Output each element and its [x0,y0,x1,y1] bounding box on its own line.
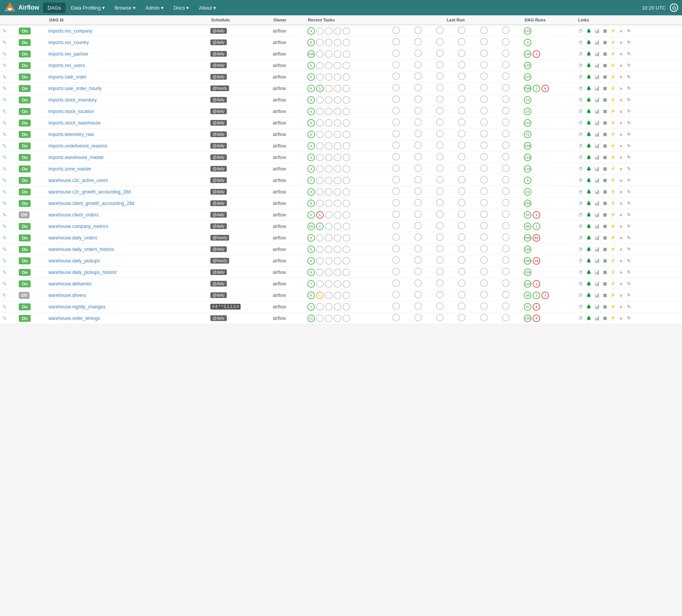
code-icon[interactable]: ≡ [618,188,625,195]
toggle-on[interactable]: On [19,234,31,241]
dag-link[interactable]: imports.warehouse_master [48,155,104,160]
clock-icon[interactable]: ⏱ [577,223,584,230]
dag-link[interactable]: warehouse.daily_pickups [48,258,100,264]
edit-icon[interactable]: ✎ [2,51,7,57]
dag-link[interactable]: imports.telemetry_raw [48,132,93,137]
edit-icon[interactable]: ✎ [2,292,7,298]
edit-icon[interactable]: ✎ [2,269,7,275]
toggle-on[interactable]: On [19,51,31,57]
chart-icon[interactable]: 📊 [593,315,600,322]
nav-admin[interactable]: Admin ▾ [141,3,168,13]
dag-link[interactable]: imports.stock_inventory [48,97,97,103]
tree-icon[interactable]: 🌲 [585,165,592,172]
dag-link[interactable]: imports.undelivered_reasons [48,143,107,149]
vars-icon[interactable]: ⚡ [610,28,616,34]
chart-icon[interactable]: 📊 [593,234,600,241]
clock-icon[interactable]: ⏱ [577,154,584,161]
gantt-icon[interactable]: ▦ [602,200,608,207]
clock-icon[interactable]: ⏱ [577,131,584,138]
edit-icon[interactable]: ✎ [2,85,7,92]
chart-icon[interactable]: 📊 [593,108,600,115]
code-icon[interactable]: ≡ [618,303,625,310]
tree-icon[interactable]: 🌲 [585,269,592,276]
gantt-icon[interactable]: ▦ [602,292,608,299]
clock-icon[interactable]: ⏱ [577,85,584,92]
toggle-on[interactable]: On [19,257,31,264]
edit-icon[interactable]: ✎ [2,212,7,218]
edit-icon[interactable]: ✎ [2,189,7,195]
code-icon[interactable]: ≡ [618,39,625,46]
gantt-icon[interactable]: ▦ [602,143,608,149]
nav-dags[interactable]: DAGs [43,3,66,13]
toggle-on[interactable]: On [19,74,31,80]
refresh-icon[interactable]: ↻ [626,51,633,57]
dag-link[interactable]: imports.res_partner [48,51,88,57]
dag-link[interactable]: imports.res_users [48,63,85,68]
tree-icon[interactable]: 🌲 [585,131,592,138]
dag-link[interactable]: warehouse.daily_pickups_historic [48,270,117,275]
chart-icon[interactable]: 📊 [593,211,600,218]
tree-icon[interactable]: 🌲 [585,62,592,69]
dag-link[interactable]: warehouse.c2c_growth_accounting_28d [48,189,131,195]
toggle-on[interactable]: On [19,246,31,253]
clock-icon[interactable]: ⏱ [577,269,584,276]
gantt-icon[interactable]: ▦ [602,246,608,253]
toggle-on[interactable]: On [19,269,31,276]
clock-icon[interactable]: ⏱ [577,165,584,172]
vars-icon[interactable]: ⚡ [610,62,616,69]
code-icon[interactable]: ≡ [618,28,625,34]
power-button[interactable]: ⏻ [670,3,678,12]
refresh-icon[interactable]: ↻ [626,74,633,80]
code-icon[interactable]: ≡ [618,177,625,184]
chart-icon[interactable]: 📊 [593,131,600,138]
gantt-icon[interactable]: ▦ [602,280,608,287]
edit-icon[interactable]: ✎ [2,235,7,241]
gantt-icon[interactable]: ▦ [602,188,608,195]
edit-icon[interactable]: ✎ [2,39,7,46]
clock-icon[interactable]: ⏱ [577,143,584,149]
edit-icon[interactable]: ✎ [2,315,7,321]
code-icon[interactable]: ≡ [618,269,625,276]
gantt-icon[interactable]: ▦ [602,74,608,80]
clock-icon[interactable]: ⏱ [577,280,584,287]
toggle-on[interactable]: On [19,154,31,161]
refresh-icon[interactable]: ↻ [626,246,633,253]
toggle-on[interactable]: On [19,108,31,115]
clock-icon[interactable]: ⏱ [577,315,584,322]
vars-icon[interactable]: ⚡ [610,269,616,276]
refresh-icon[interactable]: ↻ [626,315,633,322]
vars-icon[interactable]: ⚡ [610,108,616,115]
clock-icon[interactable]: ⏱ [577,120,584,126]
vars-icon[interactable]: ⚡ [610,211,616,218]
tree-icon[interactable]: 🌲 [585,303,592,310]
chart-icon[interactable]: 📊 [593,97,600,103]
toggle-on[interactable]: On [19,97,31,103]
gantt-icon[interactable]: ▦ [602,131,608,138]
dag-link[interactable]: warehouse.company_metrics [48,224,108,229]
code-icon[interactable]: ≡ [618,292,625,299]
vars-icon[interactable]: ⚡ [610,234,616,241]
clock-icon[interactable]: ⏱ [577,246,584,253]
tree-icon[interactable]: 🌲 [585,143,592,149]
refresh-icon[interactable]: ↻ [626,223,633,230]
code-icon[interactable]: ≡ [618,120,625,126]
refresh-icon[interactable]: ↻ [626,62,633,69]
gantt-icon[interactable]: ▦ [602,97,608,103]
refresh-icon[interactable]: ↻ [626,120,633,126]
code-icon[interactable]: ≡ [618,165,625,172]
toggle-on[interactable]: On [19,303,31,310]
toggle-on[interactable]: On [19,165,31,172]
chart-icon[interactable]: 📊 [593,165,600,172]
tree-icon[interactable]: 🌲 [585,315,592,322]
tree-icon[interactable]: 🌲 [585,97,592,103]
gantt-icon[interactable]: ▦ [602,269,608,276]
tree-icon[interactable]: 🌲 [585,257,592,264]
toggle-on[interactable]: On [19,223,31,230]
dag-link[interactable]: warehouse.client_orders [48,212,98,218]
clock-icon[interactable]: ⏱ [577,303,584,310]
vars-icon[interactable]: ⚡ [610,39,616,46]
vars-icon[interactable]: ⚡ [610,97,616,103]
tree-icon[interactable]: 🌲 [585,292,592,299]
code-icon[interactable]: ≡ [618,211,625,218]
code-icon[interactable]: ≡ [618,51,625,57]
